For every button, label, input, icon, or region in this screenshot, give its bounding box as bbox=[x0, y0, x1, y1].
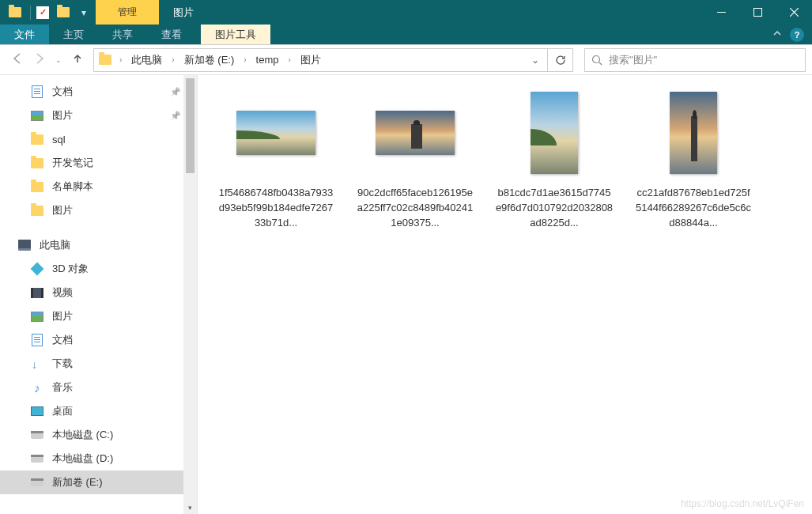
file-name: 90c2dcff65faceb126195ea225ff7c02c8489fb4… bbox=[356, 186, 474, 231]
content-pane: 1f54686748fb0438a7933d93eb5f99b184edfe72… bbox=[198, 75, 812, 514]
tree-item[interactable]: 文档 bbox=[0, 328, 197, 352]
chevron-right-icon[interactable]: › bbox=[167, 55, 179, 64]
tree-item-label: 视频 bbox=[52, 285, 73, 300]
ribbon-tabs: 文件 主页 共享 查看 图片工具 ? bbox=[0, 25, 812, 45]
help-icon[interactable]: ? bbox=[790, 28, 804, 42]
tree-item[interactable]: 名单脚本 bbox=[0, 175, 197, 198]
tree-item-label: 名单脚本 bbox=[52, 180, 93, 194]
tree-item-label: 3D 对象 bbox=[52, 262, 89, 276]
refresh-button[interactable] bbox=[548, 48, 573, 72]
tree-item[interactable]: 图片 bbox=[0, 198, 197, 222]
tree-item[interactable]: 此电脑 bbox=[0, 233, 197, 257]
breadcrumb[interactable]: › 此电脑 › 新加卷 (E:) › temp › 图片 ⌄ bbox=[93, 48, 548, 72]
chevron-right-icon[interactable]: › bbox=[239, 55, 251, 64]
file-item[interactable]: 1f54686748fb0438a7933d93eb5f99b184edfe72… bbox=[217, 89, 335, 231]
svg-point-2 bbox=[593, 55, 600, 62]
breadcrumb-dropdown-icon[interactable]: ⌄ bbox=[527, 55, 544, 66]
tab-file[interactable]: 文件 bbox=[0, 25, 49, 44]
close-button[interactable] bbox=[776, 0, 812, 25]
tree-item-label: 文档 bbox=[52, 333, 73, 347]
tree-item[interactable]: 文档📌 bbox=[0, 80, 197, 104]
pic-icon bbox=[30, 108, 44, 123]
search-box[interactable] bbox=[584, 48, 806, 72]
file-item[interactable]: cc21afd87678eb1ed725f5144f66289267c6de5c… bbox=[634, 89, 753, 231]
tree-item-label: sql bbox=[52, 134, 66, 146]
titlebar: ✓ ▾ 管理 图片 bbox=[0, 0, 812, 25]
image-thumbnail bbox=[376, 111, 455, 155]
tree-item[interactable]: 3D 对象 bbox=[0, 257, 197, 281]
disk-icon bbox=[30, 428, 44, 442]
video-icon bbox=[30, 285, 44, 300]
back-button[interactable] bbox=[11, 52, 24, 67]
disk-icon bbox=[30, 475, 44, 489]
tree-item-label: 图片 bbox=[52, 309, 73, 323]
tree-item[interactable]: 开发笔记 bbox=[0, 151, 197, 175]
folder-icon bbox=[30, 132, 44, 146]
navigation-pane: 文档📌图片📌sql开发笔记名单脚本图片此电脑3D 对象视频图片文档下载音乐桌面本… bbox=[0, 75, 198, 514]
desktop-icon bbox=[30, 404, 44, 418]
search-icon bbox=[591, 55, 602, 66]
tab-home[interactable]: 主页 bbox=[49, 25, 98, 44]
doc-icon bbox=[30, 85, 44, 99]
image-thumbnail bbox=[236, 111, 315, 155]
file-name: cc21afd87678eb1ed725f5144f66289267c6de5c… bbox=[634, 186, 753, 231]
search-input[interactable] bbox=[609, 54, 799, 66]
tree-item[interactable]: 下载 bbox=[0, 352, 197, 376]
tree-item-label: 图片 bbox=[52, 108, 73, 123]
tree-item[interactable]: 视频 bbox=[0, 281, 197, 304]
tree-item[interactable]: sql bbox=[0, 127, 197, 151]
tab-view[interactable]: 查看 bbox=[147, 25, 196, 44]
tree-item-label: 此电脑 bbox=[40, 238, 70, 252]
tree-item[interactable]: 图片📌 bbox=[0, 104, 197, 127]
history-dropdown-icon[interactable]: ⌄ bbox=[55, 56, 62, 64]
minimize-ribbon-icon[interactable] bbox=[772, 28, 782, 40]
tree-item-label: 开发笔记 bbox=[52, 156, 93, 170]
doc-icon bbox=[30, 333, 44, 347]
tree-item[interactable]: 本地磁盘 (C:) bbox=[0, 423, 197, 447]
image-thumbnail bbox=[531, 92, 578, 174]
pin-icon: 📌 bbox=[170, 111, 181, 121]
image-thumbnail bbox=[670, 92, 717, 174]
maximize-button[interactable] bbox=[739, 0, 776, 25]
tab-picture-tools[interactable]: 图片工具 bbox=[201, 25, 270, 44]
tree-item-label: 下载 bbox=[52, 357, 73, 371]
up-button[interactable] bbox=[71, 52, 84, 67]
folder-icon[interactable] bbox=[6, 4, 24, 21]
tab-share[interactable]: 共享 bbox=[98, 25, 147, 44]
tree-item[interactable]: 桌面 bbox=[0, 399, 197, 423]
music-icon bbox=[30, 380, 44, 395]
sidebar-scrollbar[interactable]: ▴ ▾ bbox=[183, 75, 197, 514]
scrollbar-thumb[interactable] bbox=[186, 78, 195, 173]
tree-item[interactable]: 新加卷 (E:) bbox=[0, 471, 197, 494]
tree-item-label: 文档 bbox=[52, 85, 73, 99]
contextual-tab-label: 管理 bbox=[96, 0, 159, 25]
tree-item[interactable]: 本地磁盘 (D:) bbox=[0, 447, 197, 471]
tree-item[interactable]: 音乐 bbox=[0, 376, 197, 399]
file-item[interactable]: b81cdc7d1ae3615d7745e9f6d7d010792d203280… bbox=[495, 89, 614, 231]
tree-item[interactable]: 图片 bbox=[0, 304, 197, 328]
tree-item-label: 图片 bbox=[52, 203, 73, 217]
properties-icon[interactable]: ✓ bbox=[34, 4, 51, 21]
breadcrumb-item[interactable]: temp bbox=[253, 54, 282, 66]
download-icon bbox=[30, 357, 44, 371]
new-folder-icon[interactable] bbox=[55, 4, 72, 21]
folder-icon bbox=[30, 203, 44, 217]
breadcrumb-item[interactable]: 图片 bbox=[297, 53, 324, 67]
forward-button[interactable] bbox=[33, 52, 46, 67]
tree-item-label: 音乐 bbox=[52, 380, 73, 395]
window-title: 图片 bbox=[173, 6, 194, 20]
chevron-right-icon[interactable]: › bbox=[115, 55, 127, 64]
pc-icon bbox=[17, 238, 32, 252]
file-item[interactable]: 90c2dcff65faceb126195ea225ff7c02c8489fb4… bbox=[356, 89, 474, 231]
scroll-down-icon[interactable]: ▾ bbox=[183, 501, 197, 514]
minimize-button[interactable] bbox=[703, 0, 739, 25]
watermark: https://blog.csdn.net/LvQiFen bbox=[681, 498, 804, 509]
breadcrumb-item[interactable]: 此电脑 bbox=[128, 53, 165, 67]
chevron-right-icon[interactable]: › bbox=[284, 55, 296, 64]
tree-item-label: 本地磁盘 (D:) bbox=[52, 452, 113, 466]
tree-item-label: 新加卷 (E:) bbox=[52, 475, 103, 489]
tree-item-label: 桌面 bbox=[52, 404, 73, 418]
qat-dropdown-icon[interactable]: ▾ bbox=[75, 4, 93, 21]
breadcrumb-item[interactable]: 新加卷 (E:) bbox=[181, 53, 238, 67]
location-folder-icon[interactable] bbox=[97, 55, 113, 65]
